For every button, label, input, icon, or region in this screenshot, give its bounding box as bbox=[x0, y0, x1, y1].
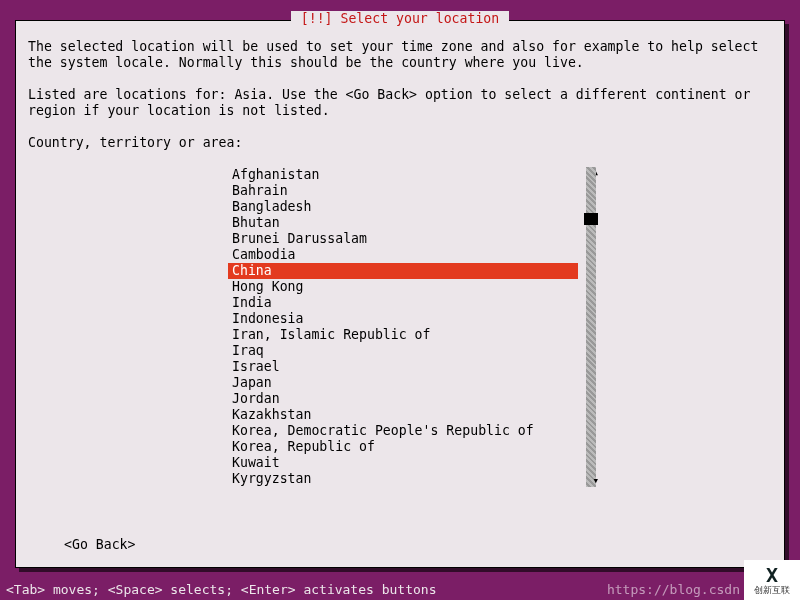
list-item[interactable]: Kuwait bbox=[228, 455, 578, 471]
location-list-area: AfghanistanBahrainBangladeshBhutanBrunei… bbox=[228, 167, 578, 487]
list-item[interactable]: Iraq bbox=[228, 343, 578, 359]
watermark-text: https://blog.csdn bbox=[607, 582, 740, 598]
list-item[interactable]: India bbox=[228, 295, 578, 311]
title-wrap: [!!] Select your location bbox=[16, 11, 784, 27]
paragraph-1: The selected location will be used to se… bbox=[28, 39, 772, 71]
list-item[interactable]: Bahrain bbox=[228, 183, 578, 199]
go-back-button[interactable]: <Go Back> bbox=[64, 537, 135, 553]
dialog-body: The selected location will be used to se… bbox=[16, 21, 784, 499]
list-item[interactable]: Hong Kong bbox=[228, 279, 578, 295]
installer-screen: [!!] Select your location The selected l… bbox=[0, 0, 800, 600]
list-item[interactable]: Kazakhstan bbox=[228, 407, 578, 423]
list-item[interactable]: Jordan bbox=[228, 391, 578, 407]
list-item[interactable]: Japan bbox=[228, 375, 578, 391]
location-dialog: [!!] Select your location The selected l… bbox=[15, 20, 785, 568]
corner-logo: X 创新互联 bbox=[744, 560, 800, 600]
list-item[interactable]: Afghanistan bbox=[228, 167, 578, 183]
location-list[interactable]: AfghanistanBahrainBangladeshBhutanBrunei… bbox=[228, 167, 578, 487]
list-item[interactable]: Brunei Darussalam bbox=[228, 231, 578, 247]
list-item[interactable]: Indonesia bbox=[228, 311, 578, 327]
list-item[interactable]: Korea, Democratic People's Republic of bbox=[228, 423, 578, 439]
logo-caption: 创新互联 bbox=[754, 586, 790, 596]
list-item[interactable]: Cambodia bbox=[228, 247, 578, 263]
paragraph-2: Listed are locations for: Asia. Use the … bbox=[28, 87, 772, 119]
list-item[interactable]: Kyrgyzstan bbox=[228, 471, 578, 487]
prompt-label: Country, territory or area: bbox=[28, 135, 772, 151]
scroll-down-arrow[interactable]: ▾ bbox=[592, 473, 599, 489]
list-item[interactable]: Bangladesh bbox=[228, 199, 578, 215]
dialog-title: [!!] Select your location bbox=[291, 11, 510, 27]
scrollbar-thumb[interactable] bbox=[584, 213, 598, 225]
list-item[interactable]: China bbox=[228, 263, 578, 279]
list-item[interactable]: Bhutan bbox=[228, 215, 578, 231]
list-item[interactable]: Israel bbox=[228, 359, 578, 375]
list-item[interactable]: Korea, Republic of bbox=[228, 439, 578, 455]
list-item[interactable]: Iran, Islamic Republic of bbox=[228, 327, 578, 343]
logo-glyph: X bbox=[766, 564, 778, 586]
